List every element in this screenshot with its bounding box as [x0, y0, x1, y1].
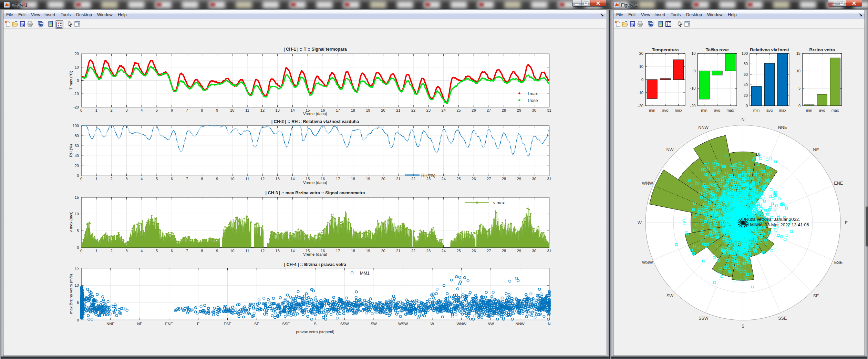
svg-text:W: W [431, 322, 434, 326]
svg-text:7: 7 [186, 108, 188, 112]
svg-text:23: 23 [426, 249, 431, 253]
svg-text:NNW: NNW [515, 322, 525, 326]
svg-text:5: 5 [749, 186, 752, 191]
svg-text:W: W [638, 220, 642, 225]
svg-text:T max (°C): T max (°C) [69, 71, 73, 90]
svg-text:13: 13 [276, 177, 280, 181]
svg-text:S: S [314, 322, 317, 326]
svg-text:10: 10 [796, 69, 800, 73]
svg-text:3: 3 [125, 249, 127, 253]
svg-text:1: 1 [95, 177, 97, 181]
svg-text:10: 10 [75, 65, 79, 69]
svg-text:SW: SW [666, 294, 673, 298]
svg-text:9: 9 [216, 249, 218, 253]
svg-text:20: 20 [381, 177, 385, 181]
svg-text:Brzina vetra: Brzina vetra [809, 47, 835, 52]
svg-text:25: 25 [456, 249, 461, 253]
svg-text:20: 20 [639, 51, 643, 55]
svg-text:min: min [806, 108, 813, 112]
svg-text:11: 11 [245, 108, 249, 112]
svg-text:2: 2 [111, 249, 113, 253]
svg-text:RH (%): RH (%) [69, 144, 73, 157]
svg-text:10: 10 [691, 51, 695, 55]
svg-text:12: 12 [260, 177, 265, 181]
svg-text:25: 25 [456, 108, 461, 112]
svg-text:5: 5 [156, 177, 158, 181]
svg-text:SE: SE [813, 294, 819, 298]
svg-text:13: 13 [276, 249, 280, 253]
svg-text:min: min [753, 108, 760, 112]
svg-text:v max: v max [493, 201, 505, 205]
svg-text:6: 6 [171, 108, 173, 112]
svg-text:Tačka rose: Tačka rose [706, 47, 729, 52]
svg-text:31: 31 [547, 177, 551, 181]
svg-text:Vreme (dana): Vreme (dana) [303, 181, 327, 185]
svg-text:Relativna vlažnost: Relativna vlažnost [750, 47, 789, 52]
svg-text:3: 3 [125, 177, 127, 181]
svg-text:20: 20 [75, 164, 79, 168]
svg-text:6: 6 [171, 249, 173, 253]
svg-text:1: 1 [95, 249, 97, 253]
svg-text:NNE: NNE [106, 322, 114, 326]
svg-text:17: 17 [336, 249, 340, 253]
svg-text:0: 0 [77, 79, 79, 83]
svg-text:11: 11 [245, 177, 249, 181]
svg-text:avg: avg [819, 108, 826, 112]
svg-text:max Brzina vetra (m/s): max Brzina vetra (m/s) [69, 274, 73, 314]
svg-text:NW: NW [666, 147, 673, 152]
svg-text:SSE: SSE [778, 316, 787, 321]
svg-text:Ruza vetrova, Januar 2022.: Ruza vetrova, Januar 2022. [745, 217, 800, 222]
svg-text:27: 27 [487, 177, 491, 181]
svg-text:9: 9 [216, 177, 218, 181]
svg-text:Vreme (dana): Vreme (dana) [303, 112, 327, 116]
svg-text:0: 0 [80, 108, 82, 112]
svg-text:0: 0 [77, 318, 79, 322]
svg-text:4: 4 [141, 249, 143, 253]
svg-text:NW: NW [488, 322, 494, 326]
svg-text:25: 25 [456, 177, 461, 181]
svg-text:24: 24 [442, 177, 446, 181]
svg-text:0: 0 [746, 104, 748, 108]
svg-text:E: E [845, 220, 848, 225]
svg-text:| CH-2 | :: RH :: Relativna v: | CH-2 | :: RH :: Relativna vlažnost vaz… [271, 119, 359, 124]
svg-text:13: 13 [276, 108, 280, 112]
svg-text:2: 2 [111, 177, 113, 181]
svg-text:-20: -20 [690, 104, 696, 108]
svg-text:avg: avg [766, 108, 773, 112]
svg-text:10: 10 [756, 152, 761, 157]
svg-text:40: 40 [75, 154, 79, 158]
svg-text:80: 80 [75, 134, 79, 138]
svg-text:-20: -20 [638, 104, 643, 108]
svg-text:26: 26 [472, 177, 476, 181]
svg-text:ENE: ENE [834, 181, 843, 186]
svg-text:60: 60 [75, 144, 79, 148]
svg-text:4: 4 [141, 108, 143, 112]
svg-text:3: 3 [125, 108, 127, 112]
svg-text:30: 30 [532, 249, 536, 253]
svg-text:WNW: WNW [456, 322, 466, 326]
svg-text:29: 29 [517, 108, 521, 112]
svg-text:NNW: NNW [698, 125, 709, 130]
svg-text:SSW: SSW [699, 316, 709, 321]
svg-text:RH (%): RH (%) [421, 173, 435, 178]
svg-text:SW: SW [371, 322, 377, 326]
svg-text:0: 0 [693, 69, 695, 73]
svg-text:max: max [675, 108, 682, 112]
svg-text:80: 80 [744, 62, 748, 66]
svg-text:30: 30 [532, 108, 536, 112]
svg-text:12: 12 [260, 108, 265, 112]
svg-text:0: 0 [77, 174, 79, 178]
svg-text:21: 21 [396, 108, 400, 112]
svg-text:20: 20 [75, 52, 79, 56]
svg-text:7: 7 [186, 249, 188, 253]
svg-text:5: 5 [77, 300, 79, 305]
svg-text:S: S [742, 324, 744, 329]
svg-text:15: 15 [75, 195, 79, 199]
svg-text:M.Miličić, 03-Mar-2022 13:41:0: M.Miličić, 03-Mar-2022 13:41:06 [745, 222, 809, 227]
svg-text:31: 31 [547, 108, 551, 112]
svg-text:8: 8 [201, 108, 203, 112]
svg-text:5: 5 [156, 108, 158, 112]
svg-text:11: 11 [245, 249, 249, 253]
svg-text:10: 10 [75, 212, 79, 216]
svg-text:0: 0 [641, 78, 643, 82]
